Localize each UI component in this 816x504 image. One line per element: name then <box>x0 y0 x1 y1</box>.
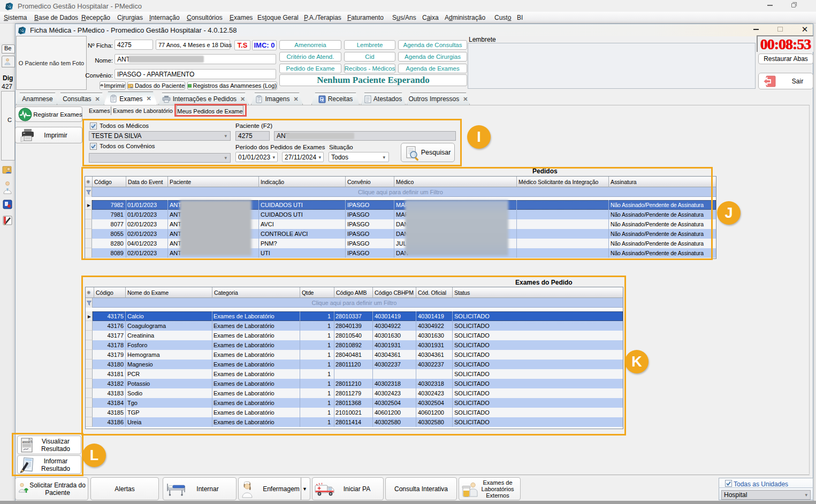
svg-text:LOG: LOG <box>188 86 191 88</box>
